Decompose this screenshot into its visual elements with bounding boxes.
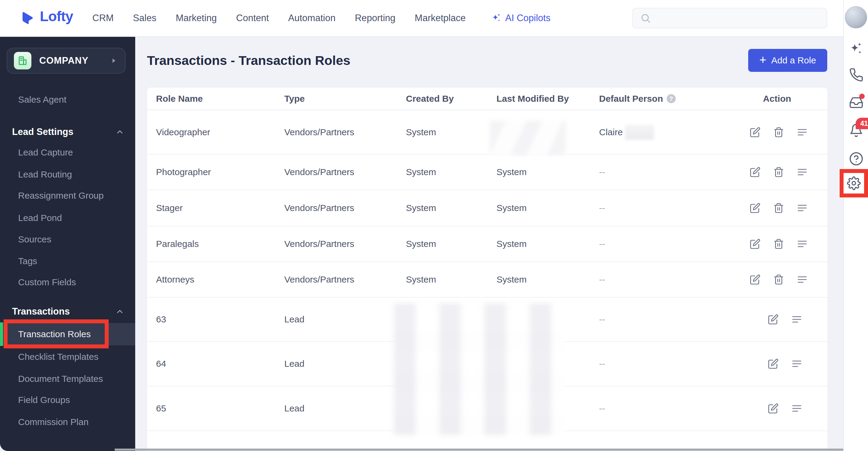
nav-item-marketplace[interactable]: Marketplace <box>415 13 466 24</box>
app-window: Lofty CRM Sales Marketing Content Automa… <box>0 0 868 451</box>
nav-item-ai-copilots[interactable]: AI Copilots <box>491 0 551 36</box>
reorder-icon[interactable] <box>797 167 808 178</box>
chevron-up-icon[interactable] <box>115 307 124 316</box>
inbox-icon[interactable] <box>849 95 864 110</box>
reorder-icon[interactable] <box>797 274 808 285</box>
inbox-notification-dot <box>859 94 865 99</box>
delete-icon[interactable] <box>773 127 784 138</box>
reorder-icon[interactable] <box>797 203 808 213</box>
redacted-block <box>490 121 566 155</box>
table-header-row: Role Name Type Created By Last Modified … <box>147 88 828 110</box>
sidebar-item-sales-agent[interactable]: Sales Agent <box>18 94 66 105</box>
reorder-icon[interactable] <box>797 239 808 249</box>
nav-item-reporting[interactable]: Reporting <box>355 13 395 24</box>
default-person: -- <box>599 314 763 325</box>
sidebar-item-reassignment-group[interactable]: Reassignment Group <box>18 190 103 201</box>
bell-icon[interactable]: 41 <box>849 123 864 138</box>
delete-icon[interactable] <box>773 203 784 213</box>
add-role-button[interactable]: + Add a Role <box>748 49 827 72</box>
chevron-right-icon <box>110 57 118 65</box>
sparkle-icon <box>491 13 502 23</box>
ai-sparkles-icon[interactable] <box>849 42 864 56</box>
row-actions <box>750 274 808 285</box>
default-person: -- <box>599 359 763 369</box>
sidebar-item-field-groups[interactable]: Field Groups <box>18 395 70 405</box>
sidebar-item-lead-pond[interactable]: Lead Pond <box>18 213 62 223</box>
redacted-region <box>394 303 565 435</box>
row-actions <box>750 167 808 178</box>
nav-item-marketing[interactable]: Marketing <box>176 13 217 24</box>
sidebar-item-document-templates[interactable]: Document Templates <box>18 374 103 384</box>
sidebar-item-commission-plan[interactable]: Commission Plan <box>18 417 88 427</box>
role-type: Lead <box>284 403 406 414</box>
settings-gear-icon[interactable] <box>843 173 864 193</box>
company-building-icon <box>14 52 31 69</box>
sidebar-item-transaction-roles-label[interactable]: Transaction Roles <box>18 329 91 339</box>
delete-icon[interactable] <box>773 167 784 178</box>
created-by: System <box>406 274 496 285</box>
chevron-up-icon[interactable] <box>115 127 124 137</box>
default-person: -- <box>599 167 763 177</box>
role-name: Attorneys <box>156 274 284 285</box>
plus-icon: + <box>760 54 766 66</box>
reorder-icon[interactable] <box>791 314 802 325</box>
role-type: Lead <box>284 314 406 325</box>
role-type: Vendors/Partners <box>284 274 406 285</box>
reorder-icon[interactable] <box>791 358 802 369</box>
reorder-icon[interactable] <box>791 403 802 414</box>
role-name: 64 <box>156 359 284 369</box>
col-default-person: Default Person ? <box>599 94 763 104</box>
row-actions <box>768 403 802 414</box>
search-icon <box>640 13 651 24</box>
sidebar-item-custom-fields[interactable]: Custom Fields <box>18 277 76 288</box>
user-avatar[interactable] <box>845 6 867 28</box>
last-modified-by: System <box>496 274 599 285</box>
edit-icon[interactable] <box>768 314 779 325</box>
edit-icon[interactable] <box>768 403 779 414</box>
last-modified-by: System <box>496 203 599 213</box>
edit-icon[interactable] <box>768 358 779 369</box>
lofty-logo[interactable]: Lofty <box>20 8 73 25</box>
delete-icon[interactable] <box>773 239 784 249</box>
edit-icon[interactable] <box>750 167 761 178</box>
sidebar-item-sources[interactable]: Sources <box>18 234 51 244</box>
default-person: -- <box>599 203 763 213</box>
nav-item-sales[interactable]: Sales <box>133 13 157 24</box>
nav-item-content[interactable]: Content <box>236 13 269 24</box>
nav-item-crm[interactable]: CRM <box>92 13 114 24</box>
global-search[interactable] <box>632 8 827 28</box>
created-by: System <box>406 127 496 137</box>
help-icon[interactable] <box>849 152 864 166</box>
sidebar-item-lead-capture[interactable]: Lead Capture <box>18 147 73 157</box>
right-icon-rail: 41 <box>843 0 868 451</box>
primary-nav: CRM Sales Marketing Content Automation R… <box>92 0 466 36</box>
default-person: Claire <box>599 125 763 140</box>
reorder-icon[interactable] <box>797 127 808 138</box>
edit-icon[interactable] <box>750 127 761 138</box>
sidebar-item-checklist-templates[interactable]: Checklist Templates <box>18 352 98 362</box>
horizontal-scrollbar[interactable] <box>115 449 843 451</box>
delete-icon[interactable] <box>773 274 784 285</box>
edit-icon[interactable] <box>750 274 761 285</box>
created-by: System <box>406 239 496 249</box>
row-actions <box>750 239 808 249</box>
sidebar-item-lead-routing[interactable]: Lead Routing <box>18 169 72 180</box>
help-badge-icon[interactable]: ? <box>667 94 676 103</box>
sidebar-section-lead-settings[interactable]: Lead Settings <box>12 126 73 137</box>
lofty-logo-icon <box>20 8 36 24</box>
company-selector[interactable]: COMPANY <box>7 48 126 74</box>
created-by: System <box>406 167 496 177</box>
col-type: Type <box>284 94 406 104</box>
active-item-accent <box>0 322 3 346</box>
sidebar-section-transactions[interactable]: Transactions <box>12 306 70 317</box>
sidebar-item-tags[interactable]: Tags <box>18 256 37 266</box>
row-actions <box>750 127 808 138</box>
edit-icon[interactable] <box>750 203 761 213</box>
edit-icon[interactable] <box>750 239 761 249</box>
col-action: Action <box>763 94 828 104</box>
search-input[interactable] <box>656 13 819 23</box>
phone-icon[interactable] <box>849 68 864 82</box>
nav-item-automation[interactable]: Automation <box>288 13 336 24</box>
roles-table: Role Name Type Created By Last Modified … <box>147 88 828 451</box>
top-nav: Lofty CRM Sales Marketing Content Automa… <box>0 0 843 37</box>
